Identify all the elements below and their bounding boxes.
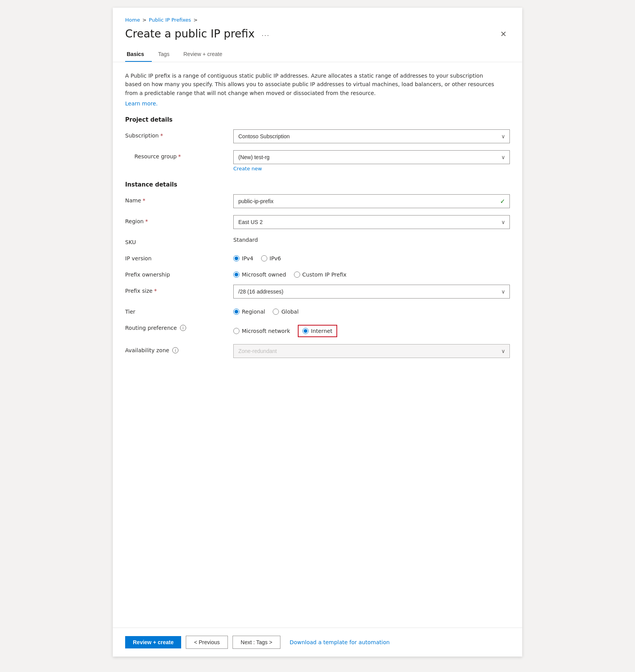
- prefix-ownership-radio-group: Microsoft owned Custom IP Prefix: [233, 268, 510, 278]
- sku-row: SKU Standard: [125, 236, 510, 245]
- prefix-size-label: Prefix size *: [125, 285, 233, 294]
- resource-group-select[interactable]: (New) test-rg: [233, 150, 510, 164]
- prefix-ownership-custom-label: Custom IP Prefix: [302, 272, 346, 278]
- routing-preference-radio-group: Microsoft network Internet: [233, 322, 510, 337]
- panel-footer: Review + create < Previous Next : Tags >…: [113, 628, 522, 657]
- prefix-ownership-row: Prefix ownership Microsoft owned Custom …: [125, 268, 510, 278]
- ip-version-ipv4-radio[interactable]: [233, 255, 239, 261]
- tier-radio-group: Regional Global: [233, 305, 510, 315]
- previous-button[interactable]: < Previous: [186, 636, 228, 649]
- ip-version-ipv4-label: IPv4: [242, 255, 253, 261]
- prefix-size-row: Prefix size * /28 (16 addresses): [125, 285, 510, 299]
- tier-row: Tier Regional Global: [125, 305, 510, 315]
- region-select[interactable]: East US 2: [233, 215, 510, 229]
- prefix-ownership-custom-item: Custom IP Prefix: [294, 272, 346, 278]
- name-check-icon: ✓: [500, 198, 505, 205]
- routing-internet-item: Internet: [302, 328, 333, 334]
- subscription-required: *: [160, 132, 163, 139]
- region-select-wrapper: East US 2: [233, 215, 510, 229]
- ip-version-ipv4-item: IPv4: [233, 255, 253, 261]
- availability-zone-info-icon[interactable]: i: [172, 347, 178, 353]
- panel-content: A Public IP prefix is a range of contigu…: [113, 62, 522, 628]
- name-control: ✓: [233, 194, 510, 208]
- sku-value: Standard: [233, 236, 510, 243]
- tier-label: Tier: [125, 305, 233, 315]
- prefix-ownership-microsoft-item: Microsoft owned: [233, 272, 286, 278]
- routing-internet-highlight: Internet: [298, 325, 337, 337]
- ip-version-label: IP version: [125, 252, 233, 261]
- prefix-ownership-microsoft-radio[interactable]: [233, 272, 239, 278]
- routing-microsoft-radio[interactable]: [233, 328, 239, 334]
- tier-control: Regional Global: [233, 305, 510, 315]
- project-details-title: Project details: [125, 116, 510, 123]
- name-input[interactable]: [233, 194, 510, 208]
- tier-regional-radio[interactable]: [233, 309, 239, 315]
- availability-zone-select[interactable]: Zone-redundant: [233, 344, 510, 358]
- availability-zone-select-wrapper: Zone-redundant: [233, 344, 510, 358]
- name-input-wrapper: ✓: [233, 194, 510, 208]
- resource-group-label: Resource group *: [125, 150, 233, 160]
- panel-header: Home > Public IP Prefixes > Create a pub…: [113, 8, 522, 62]
- availability-zone-control: Zone-redundant: [233, 344, 510, 358]
- subscription-label: Subscription *: [125, 129, 233, 139]
- create-new-link[interactable]: Create new: [233, 166, 262, 171]
- ip-version-ipv6-radio[interactable]: [261, 255, 267, 261]
- subscription-control: Contoso Subscription: [233, 129, 510, 143]
- resource-group-row: Resource group * (New) test-rg Create ne…: [125, 150, 510, 172]
- routing-preference-label: Routing preference i: [125, 322, 233, 331]
- tab-bar: Basics Tags Review + create: [125, 48, 510, 62]
- ellipsis-button[interactable]: ...: [259, 29, 272, 39]
- prefix-ownership-custom-radio[interactable]: [294, 272, 300, 278]
- tier-regional-item: Regional: [233, 309, 265, 315]
- region-label: Region *: [125, 215, 233, 224]
- routing-internet-radio[interactable]: [302, 328, 309, 334]
- routing-internet-label: Internet: [311, 328, 333, 334]
- title-left: Create a public IP prefix ...: [125, 27, 272, 40]
- breadcrumb: Home > Public IP Prefixes >: [125, 17, 510, 23]
- learn-more-link[interactable]: Learn more.: [125, 100, 158, 107]
- ip-version-ipv6-label: IPv6: [270, 255, 281, 261]
- page-title: Create a public IP prefix: [125, 27, 255, 40]
- download-template-link[interactable]: Download a template for automation: [290, 636, 390, 648]
- name-required: *: [143, 197, 145, 204]
- subscription-row: Subscription * Contoso Subscription: [125, 129, 510, 143]
- ip-version-control: IPv4 IPv6: [233, 252, 510, 261]
- next-button[interactable]: Next : Tags >: [233, 636, 280, 649]
- subscription-select-wrapper: Contoso Subscription: [233, 129, 510, 143]
- tier-global-radio[interactable]: [273, 309, 279, 315]
- breadcrumb-home[interactable]: Home: [125, 17, 140, 23]
- prefix-size-select[interactable]: /28 (16 addresses): [233, 285, 510, 299]
- tab-basics[interactable]: Basics: [125, 48, 152, 62]
- availability-zone-label: Availability zone i: [125, 344, 233, 353]
- sku-label: SKU: [125, 236, 233, 245]
- ip-version-ipv6-item: IPv6: [261, 255, 281, 261]
- breadcrumb-public-ip-prefixes[interactable]: Public IP Prefixes: [149, 17, 191, 23]
- instance-details-title: Instance details: [125, 181, 510, 188]
- routing-microsoft-item: Microsoft network: [233, 328, 290, 334]
- ip-version-radio-group: IPv4 IPv6: [233, 252, 510, 261]
- description-text: A Public IP prefix is a range of contigu…: [125, 71, 496, 97]
- tab-review-create[interactable]: Review + create: [182, 48, 230, 62]
- breadcrumb-sep1: >: [142, 17, 146, 23]
- name-label: Name *: [125, 194, 233, 204]
- review-create-button[interactable]: Review + create: [125, 636, 181, 648]
- name-row: Name * ✓: [125, 194, 510, 208]
- tab-tags[interactable]: Tags: [156, 48, 177, 62]
- prefix-size-select-wrapper: /28 (16 addresses): [233, 285, 510, 299]
- routing-preference-info-icon[interactable]: i: [180, 325, 186, 331]
- routing-preference-row: Routing preference i Microsoft network I…: [125, 322, 510, 337]
- resource-group-required: *: [178, 153, 181, 160]
- subscription-select[interactable]: Contoso Subscription: [233, 129, 510, 143]
- resource-group-control: (New) test-rg Create new: [233, 150, 510, 172]
- close-button[interactable]: ✕: [497, 28, 510, 40]
- breadcrumb-sep2: >: [194, 17, 198, 23]
- ip-version-row: IP version IPv4 IPv6: [125, 252, 510, 261]
- region-control: East US 2: [233, 215, 510, 229]
- tier-global-item: Global: [273, 309, 299, 315]
- region-required: *: [145, 218, 148, 224]
- prefix-size-required: *: [154, 288, 157, 294]
- tier-regional-label: Regional: [242, 309, 265, 315]
- region-row: Region * East US 2: [125, 215, 510, 229]
- prefix-ownership-microsoft-label: Microsoft owned: [242, 272, 286, 278]
- sku-static: Standard: [233, 234, 258, 243]
